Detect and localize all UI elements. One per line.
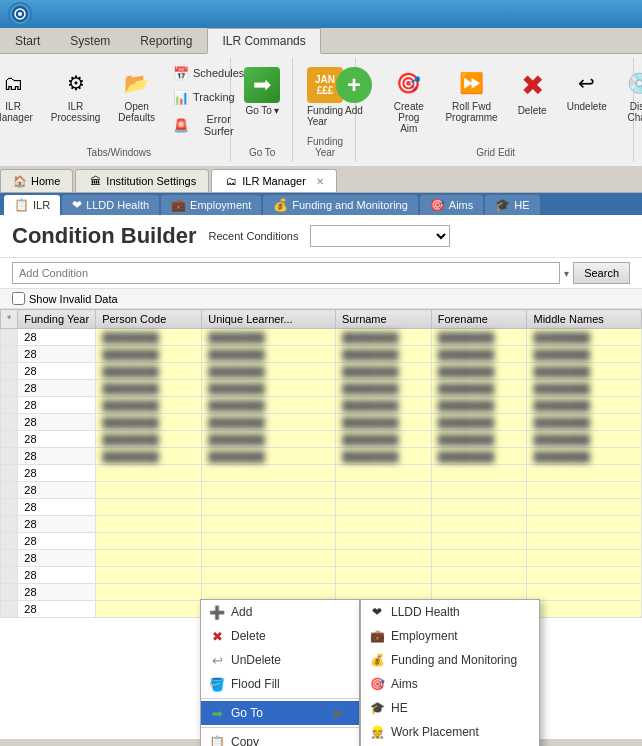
table-row[interactable]: 28 [1, 499, 642, 516]
funding-module-label: Funding and Monitoring [292, 199, 408, 211]
table-row[interactable]: 28██████████████████████████████████████… [1, 397, 642, 414]
goto-button[interactable]: ➡ Go To ▾ [239, 62, 285, 121]
col-forename-header[interactable]: Forename [431, 310, 527, 329]
sub-lldd-health[interactable]: ❤ LLDD Health [361, 600, 539, 624]
table-row[interactable]: 28 [1, 465, 642, 482]
undelete-button[interactable]: ↩ Undelete [560, 62, 613, 117]
ctx-delete[interactable]: ✖ Delete [201, 624, 359, 648]
search-button[interactable]: Search [573, 262, 630, 284]
table-row[interactable]: 28██████████████████████████████████████… [1, 448, 642, 465]
table-row[interactable]: 28██████████████████████████████████████… [1, 431, 642, 448]
ilr-manager-button[interactable]: 🗂 ILRManager [0, 62, 40, 128]
cell-data: ████████ [96, 448, 202, 465]
show-invalid-checkbox[interactable] [12, 292, 25, 305]
ilr-processing-button[interactable]: ⚙ ILRProcessing [44, 62, 107, 128]
svg-point-2 [18, 12, 22, 16]
sub-he-icon: 🎓 [369, 700, 385, 716]
module-tab-ilr[interactable]: 📋 ILR [4, 195, 60, 215]
module-tab-lldd[interactable]: ❤ LLDD Health [62, 195, 159, 215]
cell-data [336, 550, 432, 567]
module-tab-employment[interactable]: 💼 Employment [161, 195, 261, 215]
module-tab-he[interactable]: 🎓 HE [485, 195, 539, 215]
ilr-manager-tab-icon: 🗂 [224, 174, 238, 188]
doc-tab-institution-settings[interactable]: 🏛 Institution Settings [75, 169, 209, 192]
add-condition-input[interactable] [12, 262, 560, 284]
cell-funding-year: 28 [18, 499, 96, 516]
row-indicator [1, 397, 18, 414]
recent-conditions-combo[interactable] [310, 225, 450, 247]
module-tab-funding[interactable]: 💰 Funding and Monitoring [263, 195, 418, 215]
tab-system[interactable]: System [55, 28, 125, 53]
sub-aims[interactable]: 🎯 Aims [361, 672, 539, 696]
ctx-copy[interactable]: 📋 Copy [201, 730, 359, 746]
module-tab-aims[interactable]: 🎯 Aims [420, 195, 483, 215]
ctx-add-icon: ➕ [209, 604, 225, 620]
table-row[interactable]: 28██████████████████████████████████████… [1, 329, 642, 346]
ctx-add-label: Add [231, 605, 252, 619]
sub-employment[interactable]: 💼 Employment [361, 624, 539, 648]
row-indicator [1, 363, 18, 380]
cell-data: ████████ [527, 346, 642, 363]
doc-tab-ilr-manager[interactable]: 🗂 ILR Manager ✕ [211, 169, 337, 192]
delete-button[interactable]: ✖ Delete [508, 62, 557, 121]
ctx-goto-label: Go To [231, 706, 263, 720]
table-row[interactable]: 28 [1, 516, 642, 533]
roll-fwd-button[interactable]: ⏩ Roll FwdProgramme [439, 62, 503, 128]
show-invalid-row: Show Invalid Data [0, 289, 642, 309]
cell-data [527, 482, 642, 499]
sub-funding-label: Funding and Monitoring [391, 653, 517, 667]
employment-module-label: Employment [190, 199, 251, 211]
open-defaults-button[interactable]: 📂 OpenDefaults [111, 62, 162, 128]
tab-start[interactable]: Start [0, 28, 55, 53]
ilr-manager-tab-close[interactable]: ✕ [316, 176, 324, 187]
module-tabs: 📋 ILR ❤ LLDD Health 💼 Employment 💰 Fundi… [0, 193, 642, 215]
col-unique-learner-header[interactable]: Unique Learner... [202, 310, 336, 329]
recent-conditions-label: Recent Conditions [209, 230, 299, 242]
sub-he[interactable]: 🎓 HE [361, 696, 539, 720]
col-middle-names-header[interactable]: Middle Names [527, 310, 642, 329]
table-row[interactable]: 28██████████████████████████████████████… [1, 363, 642, 380]
col-funding-year-header[interactable]: Funding Year [18, 310, 96, 329]
create-prog-aim-button[interactable]: 🎯 CreateProg Aim [382, 62, 435, 139]
row-indicator [1, 516, 18, 533]
cell-data: ████████ [431, 431, 527, 448]
ctx-goto[interactable]: ➡ Go To ▶ [201, 701, 359, 725]
table-row[interactable]: 28 [1, 550, 642, 567]
institution-tab-label: Institution Settings [106, 175, 196, 187]
open-defaults-label: OpenDefaults [118, 101, 155, 123]
add-button[interactable]: + Add [330, 62, 379, 121]
cell-funding-year: 28 [18, 533, 96, 550]
table-row[interactable]: 28██████████████████████████████████████… [1, 414, 642, 431]
cell-data [202, 567, 336, 584]
cell-data [527, 465, 642, 482]
table-row[interactable]: 28██████████████████████████████████████… [1, 380, 642, 397]
tab-ilr-commands[interactable]: ILR Commands [207, 28, 320, 54]
row-indicator [1, 499, 18, 516]
ctx-flood-fill[interactable]: 🪣 Flood Fill [201, 672, 359, 696]
ctx-add[interactable]: ➕ Add [201, 600, 359, 624]
ctx-undelete[interactable]: ↩ UnDelete [201, 648, 359, 672]
ctx-copy-label: Copy [231, 735, 259, 746]
table-row[interactable]: 28 [1, 482, 642, 499]
sub-work-placement[interactable]: 👷 Work Placement [361, 720, 539, 744]
col-surname-header[interactable]: Surname [336, 310, 432, 329]
cell-funding-year: 28 [18, 550, 96, 567]
sub-funding-monitoring[interactable]: 💰 Funding and Monitoring [361, 648, 539, 672]
doc-tab-home[interactable]: 🏠 Home [0, 169, 73, 192]
table-row[interactable]: 28 [1, 567, 642, 584]
sub-he-label: HE [391, 701, 408, 715]
create-prog-aim-label: CreateProg Aim [389, 101, 428, 134]
col-person-code-header[interactable]: Person Code [96, 310, 202, 329]
cell-data: ████████ [96, 414, 202, 431]
cell-data: ████████ [431, 380, 527, 397]
ctx-undelete-icon: ↩ [209, 652, 225, 668]
cell-data: ████████ [336, 380, 432, 397]
tab-reporting[interactable]: Reporting [125, 28, 207, 53]
table-row[interactable]: 28 [1, 584, 642, 601]
cell-funding-year: 28 [18, 584, 96, 601]
ctx-sep-2 [201, 727, 359, 728]
ctx-goto-arrow: ▶ [334, 706, 343, 720]
table-row[interactable]: 28 [1, 533, 642, 550]
table-row[interactable]: 28██████████████████████████████████████… [1, 346, 642, 363]
disc-chan-button[interactable]: 💿 DiscChan [617, 62, 642, 128]
